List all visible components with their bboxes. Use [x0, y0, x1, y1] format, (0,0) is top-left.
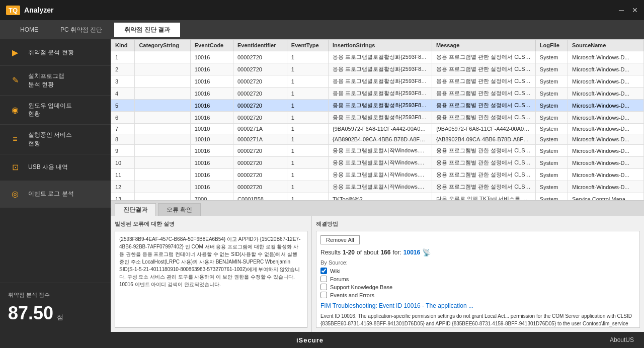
cell-0: 2	[111, 63, 135, 75]
cell-8: Microsoft-Windows-D...	[568, 181, 644, 193]
table-row[interactable]: 110016000027201응용 프로그램별로컬활성화{2593F8B9-4.…	[111, 51, 644, 63]
table-row[interactable]: 610016000027201응용 프로그램별로컬활성화{2593F8B9-4.…	[111, 112, 644, 124]
table-row[interactable]: 1110016000027201응용 프로그램별로컬시작Windows.Secu…	[111, 169, 644, 181]
table-row[interactable]: 1010016000027201응용 프로그램별로컬시작Windows.Secu…	[111, 157, 644, 169]
cell-7: System	[535, 145, 568, 157]
nav-home[interactable]: HOME	[10, 23, 48, 36]
cell-8: Microsoft-Windows-D...	[568, 75, 644, 88]
cell-8: Microsoft-Windows-D...	[568, 134, 644, 145]
cell-1	[135, 157, 190, 169]
col-eventcode: EventCode	[190, 40, 233, 51]
tab-error-check[interactable]: 오류 확인	[158, 203, 201, 216]
results-count: 166	[380, 249, 390, 256]
table-row[interactable]: 510016000027201응용 프로그램별로컬활성화{2593F8B9-4.…	[111, 100, 644, 112]
cell-4: 1	[287, 51, 328, 63]
cell-0: 10	[111, 157, 135, 169]
cell-3: 00002720	[233, 51, 287, 63]
table-row[interactable]: 410016000027201응용 프로그램별로컬활성화{2593F8B9-4.…	[111, 88, 644, 100]
cell-8: Microsoft-Windows-D...	[568, 63, 644, 75]
cell-3: 0000271A	[233, 134, 287, 145]
col-category: CategoryString	[135, 40, 190, 51]
nav-scan-result[interactable]: 취약점 진단 결과	[114, 23, 180, 37]
cell-2: 10016	[190, 88, 233, 100]
event-table-container[interactable]: Kind CategoryString EventCode EventIdent…	[111, 39, 644, 201]
col-message: Message	[432, 40, 535, 51]
table-row[interactable]: 137000C0001B581TKTool%%2다음 오류로 인해 TKTool…	[111, 193, 644, 202]
table-row[interactable]: 910016000027201응용 프로그램별로컬시작Windows.Secur…	[111, 145, 644, 157]
cell-4: 1	[287, 134, 328, 145]
tab-diagnosis[interactable]: 진단결과	[115, 203, 156, 216]
error-text-area[interactable]: {2593F8B9-4EAF-457C-B68A-50F6B8EA6B54} 이…	[115, 231, 307, 328]
footer-center: iSecure	[296, 336, 324, 344]
filter-wiki: Wiki	[320, 268, 635, 274]
cell-7: System	[535, 134, 568, 145]
filter-events-errors-label: Events and Errors	[330, 292, 374, 298]
close-button[interactable]: ✕	[632, 6, 638, 14]
table-row[interactable]: 310016000027201응용 프로그램별로컬활성화{2593F8B9-4.…	[111, 75, 644, 88]
nav-pc-scan[interactable]: PC 취약점 진단	[50, 23, 112, 37]
cell-7: System	[535, 193, 568, 202]
score-value: 87.50	[8, 303, 53, 323]
cell-3: 00002720	[233, 63, 287, 75]
cell-0: 11	[111, 169, 135, 181]
cell-8: Microsoft-Windows-D...	[568, 124, 644, 134]
sidebar-item-vuln-analysis[interactable]: ▶ 취약점 분석 현황	[0, 39, 111, 66]
filter-forums-checkbox[interactable]	[320, 276, 327, 282]
table-row[interactable]: 7100100000271A1{9BA05972-F6A8-11CF-A442-…	[111, 124, 644, 134]
cell-2: 7000	[190, 193, 233, 202]
cell-8: Microsoft-Windows-D...	[568, 51, 644, 63]
event-table: Kind CategoryString EventCode EventIdent…	[111, 39, 644, 201]
cell-1	[135, 75, 190, 88]
cell-4: 1	[287, 181, 328, 193]
cell-3: 00002720	[233, 100, 287, 112]
cell-5: 응용 프로그램별로컬활성화{2593F8B9-4...	[328, 75, 432, 88]
filter-events-errors: Events and Errors	[320, 292, 635, 298]
sidebar-item-install-prog[interactable]: ✎ 설치프로그램분석 현황	[0, 66, 111, 96]
cell-6: 응용 프로그램별 관한 설정에서 CLSID가 {…	[432, 169, 535, 181]
cell-1	[135, 112, 190, 124]
filter-wiki-checkbox[interactable]	[320, 268, 327, 274]
cell-8: Microsoft-Windows-D...	[568, 100, 644, 112]
remove-all-button[interactable]: Remove All	[320, 235, 360, 244]
cell-4: 1	[287, 100, 328, 112]
cell-6: {9BA05972-F6A8-11CF-A442-00A0C90A8…	[432, 124, 535, 134]
cell-4: 1	[287, 88, 328, 100]
cell-2: 10010	[190, 134, 233, 145]
fim-link[interactable]: FIM Troubleshooting: Event ID 10016 - Th…	[320, 302, 635, 309]
sidebar-item-usb-history[interactable]: ⊡ USB 사용 내역	[0, 154, 111, 181]
table-row[interactable]: 8100100000271A1{AB8902B4-09CA-4BB6-B78D-…	[111, 134, 644, 145]
cell-5: 응용 프로그램별로컬활성화{2593F8B9-4...	[328, 63, 432, 75]
bottom-tabs: 진단결과 오류 확인	[111, 201, 644, 216]
filter-events-errors-checkbox[interactable]	[320, 292, 327, 298]
sidebar-label-win-update: 윈도우 업데이트현황	[28, 102, 72, 119]
cell-2: 10016	[190, 157, 233, 169]
cell-5: 응용 프로그램별로컬활성화{2593F8B9-4...	[328, 112, 432, 124]
filter-support-knowledge: Support Knowledge Base	[320, 284, 635, 290]
sidebar-item-event-log[interactable]: ◎ 이벤트 로그 분석	[0, 181, 111, 208]
cell-7: System	[535, 100, 568, 112]
cell-6: 응용 프로그램별 관한 설정에서 CLSID가 {…	[432, 100, 535, 112]
cell-0: 7	[111, 124, 135, 134]
cell-4: 1	[287, 145, 328, 157]
sidebar-item-win-update[interactable]: ◉ 윈도우 업데이트현황	[0, 96, 111, 125]
cell-3: 00002720	[233, 75, 287, 88]
filter-support-knowledge-checkbox[interactable]	[320, 284, 327, 290]
results-id[interactable]: 10016	[404, 249, 420, 256]
bottom-panel: 진단결과 오류 확인 발생된 오류에 대한 설명 {2593F8B9-4EAF-…	[111, 201, 644, 332]
cell-2: 10016	[190, 181, 233, 193]
table-row[interactable]: 210016000027201응용 프로그램별로컬활성화{2593F8B9-4.…	[111, 63, 644, 75]
filter-forums: Forums	[320, 276, 635, 282]
minimize-button[interactable]: ─	[619, 6, 624, 14]
results-info: Results 1-20 of about 166 for: 10016 📡	[320, 248, 635, 256]
titlebar: TQ Analyzer ─ ✕	[0, 0, 644, 20]
cell-5: {AB8902B4-09CA-4BB6-B78D-A8F59079A…	[328, 134, 432, 145]
table-row[interactable]: 1210016000027201응용 프로그램별로컬시작Windows.Secu…	[111, 181, 644, 193]
results-for: for:	[392, 249, 401, 256]
solution-panel: 해결방법 Remove All Results 1-20 of about 16…	[312, 216, 644, 332]
sidebar-item-running-service[interactable]: ≡ 실행중인 서비스현황	[0, 125, 111, 154]
cell-5: 응용 프로그램별로컬시작Windows.Securi...	[328, 181, 432, 193]
cell-8: Microsoft-Windows-D...	[568, 88, 644, 100]
cell-3: 00002720	[233, 88, 287, 100]
filter-forums-label: Forums	[330, 276, 349, 282]
score-title: 취약점 분석 점수	[8, 291, 103, 299]
